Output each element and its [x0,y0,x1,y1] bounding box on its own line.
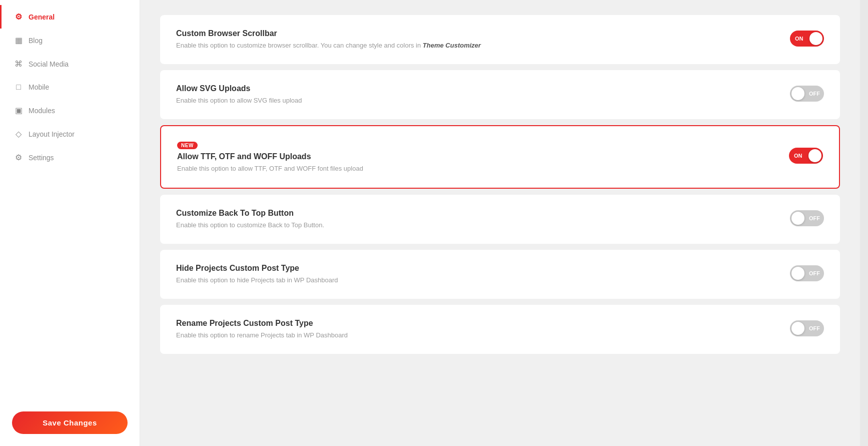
toggle-label-hide-projects-post-type: OFF [809,270,820,276]
sidebar-item-label: Layout Injector [29,130,75,138]
toggle-knob-hide-projects-post-type [791,267,804,280]
toggle-label-customize-back-to-top: OFF [809,215,820,221]
save-changes-area: Save Changes [0,399,140,446]
setting-desc-allow-svg-uploads: Enable this option to allow SVG files up… [176,96,770,105]
setting-desc-custom-browser-scrollbar: Enable this option to customize browser … [176,41,770,50]
setting-info-allow-svg-uploads: Allow SVG Uploads Enable this option to … [176,84,770,105]
setting-card-custom-browser-scrollbar: Custom Browser Scrollbar Enable this opt… [160,15,840,64]
toggle-knob-allow-ttf-otf-woff [808,149,821,162]
sidebar-item-modules[interactable]: ▣ Modules [0,99,140,122]
new-badge: NEW [177,142,198,149]
toggle-hide-projects-post-type[interactable]: OFF [790,265,824,281]
setting-info-customize-back-to-top: Customize Back To Top Button Enable this… [176,209,770,230]
toggle-knob-customize-back-to-top [791,212,804,225]
sidebar-item-general[interactable]: ⚙ General [0,5,140,29]
blog-icon: ▦ [14,36,24,45]
toggle-label-custom-browser-scrollbar: ON [795,36,803,42]
setting-title-allow-ttf-otf-woff: Allow TTF, OTF and WOFF Uploads [177,152,769,161]
toggle-container-allow-ttf-otf-woff: ON [789,148,823,166]
setting-desc-allow-ttf-otf-woff: Enable this option to allow TTF, OTF and… [177,164,769,173]
sidebar-item-social-media[interactable]: ⌘ Social Media [0,52,140,76]
sidebar-item-mobile[interactable]: □ Mobile [0,76,140,99]
sidebar-item-label: Blog [29,37,43,45]
setting-desc-hide-projects-post-type: Enable this option to hide Projects tab … [176,276,770,285]
toggle-container-allow-svg-uploads: OFF [790,86,824,104]
toggle-knob-rename-projects-post-type [791,322,804,335]
sidebar-item-layout-injector[interactable]: ◇ Layout Injector [0,122,140,146]
toggle-label-allow-svg-uploads: OFF [809,91,820,97]
sidebar-item-label: Modules [29,107,55,115]
setting-title-hide-projects-post-type: Hide Projects Custom Post Type [176,264,770,273]
setting-title-customize-back-to-top: Customize Back To Top Button [176,209,770,218]
setting-card-allow-svg-uploads: Allow SVG Uploads Enable this option to … [160,70,840,119]
toggle-allow-svg-uploads[interactable]: OFF [790,86,824,102]
setting-card-hide-projects-post-type: Hide Projects Custom Post Type Enable th… [160,250,840,299]
setting-info-custom-browser-scrollbar: Custom Browser Scrollbar Enable this opt… [176,29,770,50]
settings-icon: ⚙ [14,153,24,162]
layout-injector-icon: ◇ [14,129,24,139]
setting-card-rename-projects-post-type: Rename Projects Custom Post Type Enable … [160,305,840,354]
toggle-knob-allow-svg-uploads [791,87,804,100]
toggle-allow-ttf-otf-woff[interactable]: ON [789,148,823,164]
setting-info-allow-ttf-otf-woff: NEW Allow TTF, OTF and WOFF Uploads Enab… [177,140,769,173]
sidebar-item-settings[interactable]: ⚙ Settings [0,146,140,169]
sidebar: ⚙ General ▦ Blog ⌘ Social Media □ Mobile… [0,0,140,446]
toggle-knob-custom-browser-scrollbar [809,32,822,45]
sidebar-item-label: Social Media [29,60,69,68]
toggle-rename-projects-post-type[interactable]: OFF [790,320,824,336]
mobile-icon: □ [14,83,24,92]
scrollbar-area [860,0,868,446]
toggle-customize-back-to-top[interactable]: OFF [790,210,824,226]
setting-desc-customize-back-to-top: Enable this option to customize Back to … [176,221,770,230]
setting-title-custom-browser-scrollbar: Custom Browser Scrollbar [176,29,770,38]
setting-title-allow-svg-uploads: Allow SVG Uploads [176,84,770,93]
toggle-container-rename-projects-post-type: OFF [790,320,824,338]
general-icon: ⚙ [14,12,24,22]
toggle-label-rename-projects-post-type: OFF [809,325,820,331]
toggle-container-custom-browser-scrollbar: ON [790,31,824,49]
setting-title-rename-projects-post-type: Rename Projects Custom Post Type [176,319,770,328]
setting-desc-rename-projects-post-type: Enable this option to rename Projects ta… [176,331,770,340]
toggle-container-customize-back-to-top: OFF [790,210,824,228]
toggle-label-allow-ttf-otf-woff: ON [794,153,802,159]
setting-info-hide-projects-post-type: Hide Projects Custom Post Type Enable th… [176,264,770,285]
modules-icon: ▣ [14,106,24,115]
toggle-container-hide-projects-post-type: OFF [790,265,824,283]
sidebar-item-blog[interactable]: ▦ Blog [0,29,140,52]
setting-card-customize-back-to-top: Customize Back To Top Button Enable this… [160,195,840,244]
setting-card-allow-ttf-otf-woff: NEW Allow TTF, OTF and WOFF Uploads Enab… [160,125,840,188]
toggle-custom-browser-scrollbar[interactable]: ON [790,31,824,47]
main-content: Custom Browser Scrollbar Enable this opt… [140,0,860,446]
sidebar-item-label: Mobile [29,83,49,91]
setting-info-rename-projects-post-type: Rename Projects Custom Post Type Enable … [176,319,770,340]
save-changes-button[interactable]: Save Changes [12,411,128,434]
sidebar-item-label: General [29,13,55,21]
sidebar-item-label: Settings [29,154,54,162]
social-media-icon: ⌘ [14,59,24,69]
